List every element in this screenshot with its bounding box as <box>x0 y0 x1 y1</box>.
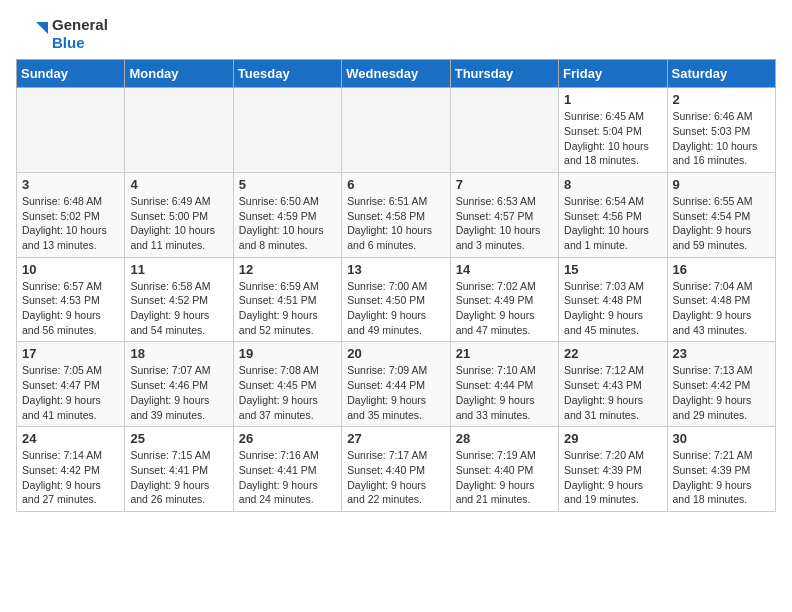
calendar-day-cell: 1Sunrise: 6:45 AM Sunset: 5:04 PM Daylig… <box>559 88 667 173</box>
day-info: Sunrise: 6:51 AM Sunset: 4:58 PM Dayligh… <box>347 194 444 253</box>
calendar-day-cell: 7Sunrise: 6:53 AM Sunset: 4:57 PM Daylig… <box>450 172 558 257</box>
calendar-day-cell <box>342 88 450 173</box>
day-number: 17 <box>22 346 119 361</box>
calendar-day-cell <box>450 88 558 173</box>
day-info: Sunrise: 7:04 AM Sunset: 4:48 PM Dayligh… <box>673 279 770 338</box>
calendar-day-cell: 26Sunrise: 7:16 AM Sunset: 4:41 PM Dayli… <box>233 427 341 512</box>
day-number: 4 <box>130 177 227 192</box>
calendar-day-cell: 30Sunrise: 7:21 AM Sunset: 4:39 PM Dayli… <box>667 427 775 512</box>
weekday-header: Tuesday <box>233 60 341 88</box>
day-info: Sunrise: 6:53 AM Sunset: 4:57 PM Dayligh… <box>456 194 553 253</box>
logo: General Blue <box>16 16 108 51</box>
day-number: 6 <box>347 177 444 192</box>
weekday-header: Sunday <box>17 60 125 88</box>
day-info: Sunrise: 6:58 AM Sunset: 4:52 PM Dayligh… <box>130 279 227 338</box>
day-number: 19 <box>239 346 336 361</box>
day-number: 22 <box>564 346 661 361</box>
calendar-day-cell: 25Sunrise: 7:15 AM Sunset: 4:41 PM Dayli… <box>125 427 233 512</box>
calendar-day-cell: 19Sunrise: 7:08 AM Sunset: 4:45 PM Dayli… <box>233 342 341 427</box>
day-info: Sunrise: 6:49 AM Sunset: 5:00 PM Dayligh… <box>130 194 227 253</box>
day-number: 29 <box>564 431 661 446</box>
day-info: Sunrise: 7:20 AM Sunset: 4:39 PM Dayligh… <box>564 448 661 507</box>
day-number: 16 <box>673 262 770 277</box>
day-number: 28 <box>456 431 553 446</box>
day-info: Sunrise: 6:55 AM Sunset: 4:54 PM Dayligh… <box>673 194 770 253</box>
calendar-day-cell: 3Sunrise: 6:48 AM Sunset: 5:02 PM Daylig… <box>17 172 125 257</box>
day-info: Sunrise: 6:57 AM Sunset: 4:53 PM Dayligh… <box>22 279 119 338</box>
day-number: 30 <box>673 431 770 446</box>
calendar-day-cell: 21Sunrise: 7:10 AM Sunset: 4:44 PM Dayli… <box>450 342 558 427</box>
calendar-day-cell <box>125 88 233 173</box>
calendar-day-cell: 6Sunrise: 6:51 AM Sunset: 4:58 PM Daylig… <box>342 172 450 257</box>
calendar-day-cell: 24Sunrise: 7:14 AM Sunset: 4:42 PM Dayli… <box>17 427 125 512</box>
calendar-day-cell: 8Sunrise: 6:54 AM Sunset: 4:56 PM Daylig… <box>559 172 667 257</box>
day-number: 12 <box>239 262 336 277</box>
day-number: 27 <box>347 431 444 446</box>
logo-svg <box>16 18 48 50</box>
weekday-header-row: SundayMondayTuesdayWednesdayThursdayFrid… <box>17 60 776 88</box>
calendar-day-cell: 5Sunrise: 6:50 AM Sunset: 4:59 PM Daylig… <box>233 172 341 257</box>
day-number: 9 <box>673 177 770 192</box>
weekday-header: Monday <box>125 60 233 88</box>
weekday-header: Wednesday <box>342 60 450 88</box>
day-number: 8 <box>564 177 661 192</box>
day-number: 15 <box>564 262 661 277</box>
day-info: Sunrise: 7:08 AM Sunset: 4:45 PM Dayligh… <box>239 363 336 422</box>
logo-blue: Blue <box>52 34 85 51</box>
day-info: Sunrise: 7:19 AM Sunset: 4:40 PM Dayligh… <box>456 448 553 507</box>
day-info: Sunrise: 7:09 AM Sunset: 4:44 PM Dayligh… <box>347 363 444 422</box>
day-info: Sunrise: 7:16 AM Sunset: 4:41 PM Dayligh… <box>239 448 336 507</box>
day-number: 1 <box>564 92 661 107</box>
day-info: Sunrise: 6:54 AM Sunset: 4:56 PM Dayligh… <box>564 194 661 253</box>
calendar-week-row: 24Sunrise: 7:14 AM Sunset: 4:42 PM Dayli… <box>17 427 776 512</box>
calendar-week-row: 3Sunrise: 6:48 AM Sunset: 5:02 PM Daylig… <box>17 172 776 257</box>
day-number: 25 <box>130 431 227 446</box>
day-info: Sunrise: 6:45 AM Sunset: 5:04 PM Dayligh… <box>564 109 661 168</box>
weekday-header: Thursday <box>450 60 558 88</box>
calendar-day-cell: 28Sunrise: 7:19 AM Sunset: 4:40 PM Dayli… <box>450 427 558 512</box>
day-number: 7 <box>456 177 553 192</box>
calendar-day-cell: 10Sunrise: 6:57 AM Sunset: 4:53 PM Dayli… <box>17 257 125 342</box>
calendar-day-cell: 29Sunrise: 7:20 AM Sunset: 4:39 PM Dayli… <box>559 427 667 512</box>
calendar-day-cell: 23Sunrise: 7:13 AM Sunset: 4:42 PM Dayli… <box>667 342 775 427</box>
day-info: Sunrise: 6:46 AM Sunset: 5:03 PM Dayligh… <box>673 109 770 168</box>
day-number: 2 <box>673 92 770 107</box>
day-number: 21 <box>456 346 553 361</box>
day-info: Sunrise: 7:17 AM Sunset: 4:40 PM Dayligh… <box>347 448 444 507</box>
day-info: Sunrise: 7:05 AM Sunset: 4:47 PM Dayligh… <box>22 363 119 422</box>
day-number: 13 <box>347 262 444 277</box>
calendar-day-cell: 20Sunrise: 7:09 AM Sunset: 4:44 PM Dayli… <box>342 342 450 427</box>
day-info: Sunrise: 7:07 AM Sunset: 4:46 PM Dayligh… <box>130 363 227 422</box>
day-number: 24 <box>22 431 119 446</box>
day-info: Sunrise: 7:10 AM Sunset: 4:44 PM Dayligh… <box>456 363 553 422</box>
day-number: 18 <box>130 346 227 361</box>
calendar-day-cell: 18Sunrise: 7:07 AM Sunset: 4:46 PM Dayli… <box>125 342 233 427</box>
calendar-day-cell: 22Sunrise: 7:12 AM Sunset: 4:43 PM Dayli… <box>559 342 667 427</box>
calendar-day-cell <box>17 88 125 173</box>
page-header: General Blue <box>16 16 776 51</box>
day-number: 14 <box>456 262 553 277</box>
calendar-week-row: 17Sunrise: 7:05 AM Sunset: 4:47 PM Dayli… <box>17 342 776 427</box>
day-number: 5 <box>239 177 336 192</box>
day-number: 3 <box>22 177 119 192</box>
calendar-day-cell: 17Sunrise: 7:05 AM Sunset: 4:47 PM Dayli… <box>17 342 125 427</box>
day-info: Sunrise: 7:14 AM Sunset: 4:42 PM Dayligh… <box>22 448 119 507</box>
day-info: Sunrise: 7:02 AM Sunset: 4:49 PM Dayligh… <box>456 279 553 338</box>
day-info: Sunrise: 7:21 AM Sunset: 4:39 PM Dayligh… <box>673 448 770 507</box>
calendar-day-cell: 12Sunrise: 6:59 AM Sunset: 4:51 PM Dayli… <box>233 257 341 342</box>
calendar-day-cell: 11Sunrise: 6:58 AM Sunset: 4:52 PM Dayli… <box>125 257 233 342</box>
calendar-day-cell: 16Sunrise: 7:04 AM Sunset: 4:48 PM Dayli… <box>667 257 775 342</box>
day-info: Sunrise: 7:13 AM Sunset: 4:42 PM Dayligh… <box>673 363 770 422</box>
svg-marker-1 <box>36 22 48 34</box>
day-info: Sunrise: 6:50 AM Sunset: 4:59 PM Dayligh… <box>239 194 336 253</box>
calendar-day-cell: 9Sunrise: 6:55 AM Sunset: 4:54 PM Daylig… <box>667 172 775 257</box>
calendar-day-cell: 15Sunrise: 7:03 AM Sunset: 4:48 PM Dayli… <box>559 257 667 342</box>
calendar-day-cell: 14Sunrise: 7:02 AM Sunset: 4:49 PM Dayli… <box>450 257 558 342</box>
day-info: Sunrise: 7:12 AM Sunset: 4:43 PM Dayligh… <box>564 363 661 422</box>
day-info: Sunrise: 7:00 AM Sunset: 4:50 PM Dayligh… <box>347 279 444 338</box>
day-number: 11 <box>130 262 227 277</box>
calendar-day-cell: 27Sunrise: 7:17 AM Sunset: 4:40 PM Dayli… <box>342 427 450 512</box>
day-number: 20 <box>347 346 444 361</box>
calendar-day-cell: 2Sunrise: 6:46 AM Sunset: 5:03 PM Daylig… <box>667 88 775 173</box>
weekday-header: Saturday <box>667 60 775 88</box>
